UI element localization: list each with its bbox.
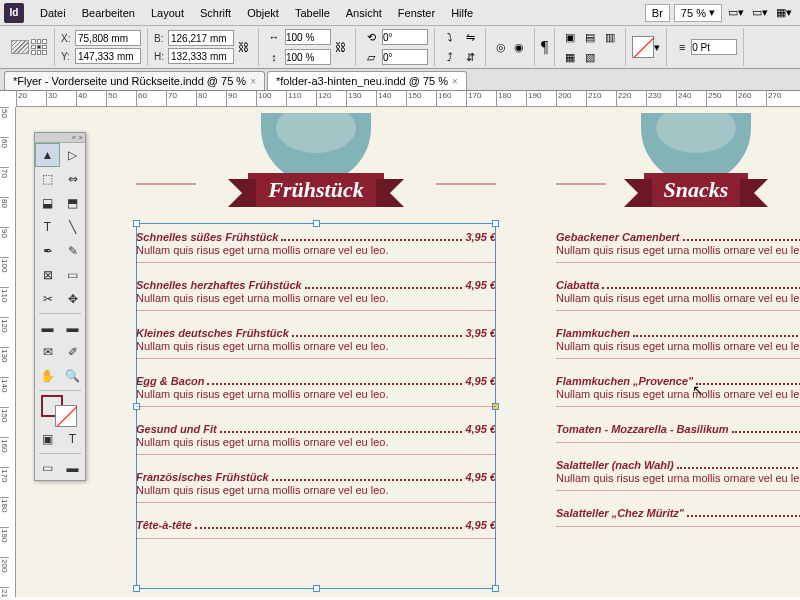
menu-schrift[interactable]: Schrift	[192, 3, 239, 23]
apply-container-icon[interactable]: ▣	[35, 427, 60, 451]
constrain-scale-icon[interactable]: ⛓	[331, 38, 349, 56]
text-frame-right[interactable]: Gebackener Camenbert Nullam quis risus e…	[556, 231, 800, 527]
rotate-ccw-icon[interactable]: ⤴	[441, 48, 459, 66]
wrap-2-icon[interactable]: ▤	[581, 28, 599, 46]
wrap-1-icon[interactable]: ▣	[561, 28, 579, 46]
menu-bearbeiten[interactable]: Bearbeiten	[74, 3, 143, 23]
content-collector-tool[interactable]: ⬓	[35, 191, 60, 215]
rectangle-frame-tool[interactable]: ⊠	[35, 263, 60, 287]
constrain-wh-icon[interactable]: ⛓	[234, 38, 252, 56]
note-tool[interactable]: ✉	[35, 340, 60, 364]
scale-y-field[interactable]	[285, 49, 331, 65]
fill-swatch[interactable]	[632, 36, 654, 58]
content-placer-tool[interactable]: ⬒	[60, 191, 85, 215]
handle[interactable]	[313, 585, 320, 592]
menu-objekt[interactable]: Objekt	[239, 3, 287, 23]
close-icon[interactable]: ×	[250, 76, 256, 87]
eyedropper-tool[interactable]: ✐	[60, 340, 85, 364]
entry-desc: Nullam quis risus eget urna mollis ornar…	[556, 292, 800, 304]
divider-line	[436, 183, 496, 185]
fill-dropdown-icon[interactable]: ▾	[654, 41, 660, 54]
reference-point[interactable]	[30, 38, 48, 56]
document-tab[interactable]: *Flyer - Vorderseite und Rückseite.indd …	[4, 71, 265, 90]
rectangle-tool[interactable]: ▭	[60, 263, 85, 287]
handle[interactable]	[492, 585, 499, 592]
view-options-icon[interactable]: ▭▾	[726, 4, 746, 22]
hand-tool[interactable]: ✋	[35, 364, 60, 388]
entry-price: 3,95 €	[465, 327, 496, 339]
gradient-feather-tool[interactable]: ▬	[60, 316, 85, 340]
page-tool[interactable]: ⬚	[35, 167, 60, 191]
toolbox[interactable]: « × ▲ ▷ ⬚ ⇔ ⬓ ⬒ T ╲ ✒ ✎ ⊠ ▭ ✂ ✥ ▬ ▬ ✉ ✐ …	[34, 132, 86, 481]
bridge-button[interactable]: Br	[645, 4, 670, 22]
gradient-swatch-tool[interactable]: ▬	[35, 316, 60, 340]
gap-tool[interactable]: ⇔	[60, 167, 85, 191]
menu-fenster[interactable]: Fenster	[390, 3, 443, 23]
dot-leader	[732, 431, 800, 433]
scissors-tool[interactable]: ✂	[35, 287, 60, 311]
menu-column-left: Frühstück Schnelles süßes Frühstück3,95 …	[136, 113, 496, 555]
flip-h-icon[interactable]: ⇋	[461, 28, 479, 46]
mode-normal-icon[interactable]: ▭	[35, 456, 60, 480]
divider-line	[136, 310, 496, 311]
rotate-field[interactable]	[382, 29, 428, 45]
entry-price: 4,95 €	[465, 279, 496, 291]
flip-v-icon[interactable]: ⇵	[461, 48, 479, 66]
document-tab[interactable]: *folder-a3-hinten_neu.indd @ 75 %×	[267, 71, 467, 90]
zoom-level[interactable]: 75 % ▾	[674, 4, 722, 22]
pencil-tool[interactable]: ✎	[60, 239, 85, 263]
toolbox-header[interactable]: « ×	[35, 133, 85, 143]
y-field[interactable]	[75, 48, 141, 64]
type-tool[interactable]: T	[35, 215, 60, 239]
screen-mode-icon[interactable]: ▭▾	[750, 4, 770, 22]
entry-name: Ciabatta	[556, 279, 599, 291]
x-field[interactable]	[75, 30, 141, 46]
handle[interactable]	[133, 220, 140, 227]
rotate-cw-icon[interactable]: ⤵	[441, 28, 459, 46]
menu-hilfe[interactable]: Hilfe	[443, 3, 481, 23]
menu-layout[interactable]: Layout	[143, 3, 192, 23]
text-frame-selected[interactable]: Schnelles süßes Frühstück3,95 € Nullam q…	[136, 231, 496, 539]
entry-name: Gebackener Camenbert	[556, 231, 680, 243]
content-select-icon[interactable]: ◉	[510, 38, 528, 56]
w-field[interactable]	[168, 30, 234, 46]
menu-entry: Flammkuchen „Provence" Nullam quis risus…	[556, 375, 800, 407]
scale-x-field[interactable]	[285, 29, 331, 45]
line-tool[interactable]: ╲	[60, 215, 85, 239]
selection-icon	[11, 40, 29, 54]
fill-stroke-swatch[interactable]	[35, 393, 85, 427]
h-field[interactable]	[168, 48, 234, 64]
mode-preview-icon[interactable]: ▬	[60, 456, 85, 480]
menu-ansicht[interactable]: Ansicht	[338, 3, 390, 23]
entry-name: Tomaten - Mozzarella - Basilikum	[556, 423, 729, 435]
wrap-5-icon[interactable]: ▧	[581, 48, 599, 66]
close-icon[interactable]: ×	[452, 76, 458, 87]
container-select-icon[interactable]: ◎	[492, 38, 510, 56]
apply-text-icon[interactable]: T	[60, 427, 85, 451]
entry-desc: Nullam quis risus eget urna mollis ornar…	[136, 436, 496, 448]
zoom-tool[interactable]: 🔍	[60, 364, 85, 388]
zoom-value: 75 %	[681, 7, 706, 19]
menu-entry: Salatteller „Chez Müritz"	[556, 507, 800, 527]
entry-desc: Nullam quis risus eget urna mollis ornar…	[136, 340, 496, 352]
wrap-4-icon[interactable]: ▦	[561, 48, 579, 66]
handle[interactable]	[492, 220, 499, 227]
paragraph-p-icon[interactable]: ¶	[541, 38, 548, 56]
dot-leader	[195, 527, 463, 529]
handle[interactable]	[313, 220, 320, 227]
direct-selection-tool[interactable]: ▷	[60, 143, 85, 167]
shear-field[interactable]	[382, 49, 428, 65]
ruler-vertical[interactable]: 5060708090100110120130140150160170180190…	[0, 107, 16, 597]
selection-tool[interactable]: ▲	[35, 143, 60, 167]
free-transform-tool[interactable]: ✥	[60, 287, 85, 311]
arrange-icon[interactable]: ▦▾	[774, 4, 794, 22]
ruler-horizontal[interactable]: 2030405060708090100110120130140150160170…	[16, 91, 800, 107]
document-canvas[interactable]: Frühstück Schnelles süßes Frühstück3,95 …	[16, 107, 800, 597]
handle[interactable]	[133, 585, 140, 592]
pen-tool[interactable]: ✒	[35, 239, 60, 263]
wrap-3-icon[interactable]: ▥	[601, 28, 619, 46]
menu-datei[interactable]: Datei	[32, 3, 74, 23]
stroke-field[interactable]	[691, 39, 737, 55]
entry-name: Salatteller (nach Wahl)	[556, 459, 674, 471]
menu-tabelle[interactable]: Tabelle	[287, 3, 338, 23]
